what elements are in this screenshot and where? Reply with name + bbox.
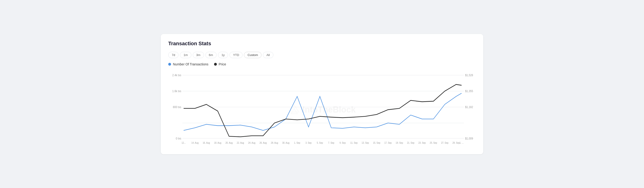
filter-all[interactable]: All <box>263 52 273 58</box>
svg-text:27. Sep: 27. Sep <box>441 141 448 144</box>
svg-text:20. Aug: 20. Aug <box>226 141 233 144</box>
filter-6m[interactable]: 6m <box>206 52 216 58</box>
time-filter-group: 7d 1m 3m 6m 1y YTD Custom All <box>168 52 476 58</box>
svg-text:0 txs: 0 txs <box>176 137 181 140</box>
svg-text:18. Aug: 18. Aug <box>214 141 221 144</box>
svg-text:7. Sep: 7. Sep <box>328 141 334 144</box>
chart-wrapper: IntoTheBlock 2.4k txs 1.6k txs 800 txs 0… <box>168 70 476 150</box>
svg-text:23. Sep: 23. Sep <box>418 141 426 144</box>
filter-7d[interactable]: 7d <box>168 52 178 58</box>
svg-text:30. Aug: 30. Aug <box>282 141 290 144</box>
svg-text:28. Aug: 28. Aug <box>271 141 278 144</box>
svg-text:1. ...: 1. ... <box>460 141 464 144</box>
filter-1m[interactable]: 1m <box>180 52 191 58</box>
svg-text:17. Sep: 17. Sep <box>384 141 392 144</box>
svg-text:21. Sep: 21. Sep <box>407 141 414 144</box>
legend-label-price: Price <box>219 62 226 66</box>
filter-ytd[interactable]: YTD <box>230 52 242 58</box>
svg-text:12...: 12... <box>182 141 186 144</box>
filter-3m[interactable]: 3m <box>193 52 204 58</box>
legend-transactions: Number Of Transactions <box>168 62 208 66</box>
svg-text:22. Aug: 22. Aug <box>237 141 244 144</box>
svg-text:$1,528: $1,528 <box>465 73 473 77</box>
chart-svg: 2.4k txs 1.6k txs 800 txs 0 txs $1,528 $… <box>168 70 476 150</box>
chart-container: IntoTheBlock 2.4k txs 1.6k txs 800 txs 0… <box>168 70 476 150</box>
svg-text:1.6k txs: 1.6k txs <box>172 89 181 93</box>
svg-text:$1,182: $1,182 <box>465 105 473 109</box>
svg-text:24. Aug: 24. Aug <box>248 141 256 144</box>
chart-legend: Number Of Transactions Price <box>168 62 476 66</box>
svg-text:1. Sep: 1. Sep <box>294 141 300 144</box>
svg-text:5. Sep: 5. Sep <box>317 141 323 144</box>
svg-text:19. Sep: 19. Sep <box>396 141 403 144</box>
svg-text:800 txs: 800 txs <box>173 105 181 109</box>
svg-text:16. Aug: 16. Aug <box>203 141 210 144</box>
svg-text:15. Sep: 15. Sep <box>373 141 380 144</box>
svg-text:11. Sep: 11. Sep <box>350 141 358 144</box>
svg-text:9. Sep: 9. Sep <box>340 141 346 144</box>
svg-text:$1,009: $1,009 <box>465 137 473 140</box>
svg-text:14. Aug: 14. Aug <box>192 141 198 144</box>
legend-label-transactions: Number Of Transactions <box>173 62 208 66</box>
svg-text:13. Sep: 13. Sep <box>362 141 369 144</box>
transaction-stats-card: Transaction Stats 7d 1m 3m 6m 1y YTD Cus… <box>161 34 483 154</box>
svg-text:29. Sep: 29. Sep <box>452 141 460 144</box>
svg-text:25. Sep: 25. Sep <box>430 141 437 144</box>
filter-custom[interactable]: Custom <box>244 52 262 58</box>
legend-price: Price <box>214 62 226 66</box>
svg-text:3. Sep: 3. Sep <box>306 141 312 144</box>
filter-1y[interactable]: 1y <box>218 52 228 58</box>
page-title: Transaction Stats <box>168 41 476 47</box>
legend-dot-price <box>214 63 217 66</box>
svg-text:$1,355: $1,355 <box>465 89 473 93</box>
transactions-line <box>184 93 462 130</box>
legend-dot-transactions <box>168 63 171 66</box>
svg-text:2.4k txs: 2.4k txs <box>172 73 181 77</box>
price-line <box>184 84 462 137</box>
svg-text:26. Aug: 26. Aug <box>260 141 267 144</box>
